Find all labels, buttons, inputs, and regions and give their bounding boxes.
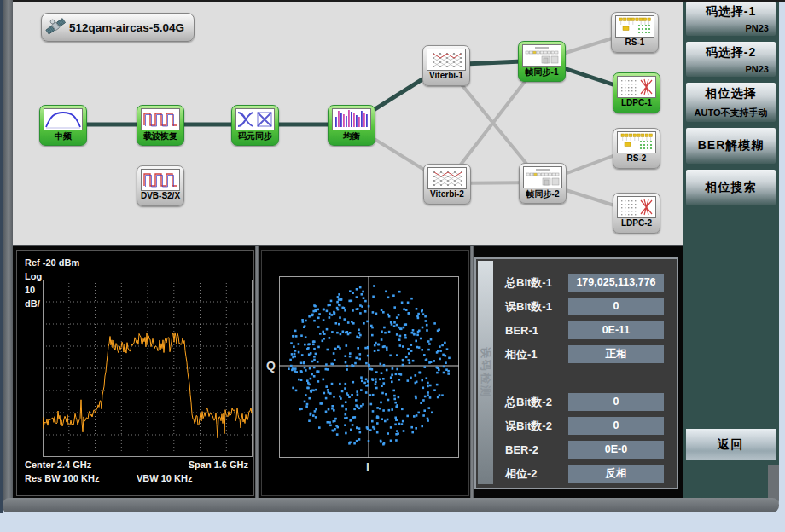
spectrum-span-label: Span 1.6 GHz xyxy=(189,460,248,470)
ber-row-value: 正相 xyxy=(568,345,664,363)
ber-row-label: 误Bit数-1 xyxy=(505,298,552,315)
window-frame-bottom xyxy=(3,498,779,512)
spectrum-plot xyxy=(43,280,253,457)
ber-row-value: 0E-11 xyxy=(568,321,664,339)
spectrum-unit-label: dB/ xyxy=(25,298,40,309)
spectrum-vbw-label: VBW 10 KHz xyxy=(137,473,192,483)
spectrum-panel: Ref -20 dBm Log 10 dB/ Center 2.4 GHz Sp… xyxy=(16,250,254,496)
ber-row-label: 总Bit数-1 xyxy=(505,274,552,292)
flow-node-label: LDPC-1 xyxy=(610,98,663,107)
flow-node-viterbi1[interactable]: Viterbi-1 xyxy=(422,45,470,86)
ber-row: 总Bit数-1179,025,113,776 xyxy=(476,274,677,292)
ber-row: 相位-2反相 xyxy=(476,465,677,483)
ber-row-label: 相位-2 xyxy=(505,465,538,483)
phase-search-button[interactable]: 相位搜索 xyxy=(686,170,776,205)
phase-select-button[interactable]: 相位选择AUTO不支持手动 xyxy=(686,83,776,122)
flow-node-junheng[interactable]: 均衡 xyxy=(328,105,375,146)
wave-icon xyxy=(141,169,180,191)
trellis-icon xyxy=(427,49,466,71)
flow-node-label: 均衡 xyxy=(325,130,378,142)
measurement-area: Ref -20 dBm Log 10 dB/ Center 2.4 GHz Sp… xyxy=(13,245,683,498)
flow-node-label: DVB-S2/X xyxy=(134,191,187,200)
ber-row: 误Bit数-20 xyxy=(476,417,677,435)
session-label: 512qam-aircas-5.04G xyxy=(69,21,184,34)
window-frame-left xyxy=(3,0,13,512)
ldpc-icon xyxy=(617,76,656,98)
frame-icon xyxy=(523,166,562,188)
flow-node-label: 帧同步-2 xyxy=(516,188,569,200)
spectrum-center-label: Center 2.4 GHz xyxy=(25,460,91,470)
ber-row: BER-20E-0 xyxy=(476,441,677,459)
rs-icon xyxy=(615,15,654,38)
ber-row-value: 0 xyxy=(568,393,664,411)
demod-flow-diagram: 512qam-aircas-5.04G 中频载波恢复码元同步均衡DVB-S2/X… xyxy=(13,2,683,245)
flow-node-label: 码元同步 xyxy=(229,130,282,142)
ber-disambiguation-button[interactable]: BER解模糊 xyxy=(686,128,776,164)
flow-node-zhen2[interactable]: 帧同步-2 xyxy=(519,163,567,204)
flow-node-viterbi2[interactable]: Viterbi-2 xyxy=(423,164,471,205)
bars-icon xyxy=(332,108,371,130)
flow-node-zhongpin[interactable]: 中频 xyxy=(39,105,87,146)
flow-node-zaibo[interactable]: 载波恢复 xyxy=(137,105,184,146)
ber-row: 误Bit数-10 xyxy=(476,298,677,315)
ber-row-value: 0 xyxy=(568,417,664,435)
flow-node-zhen1[interactable]: 帧同步-1 xyxy=(518,41,566,82)
flow-node-label: RS-2 xyxy=(610,153,663,163)
flow-node-dvb[interactable]: DVB-S2/X xyxy=(137,165,184,206)
panel-divider xyxy=(255,246,259,498)
q-axis-label: Q xyxy=(266,359,276,373)
ber-row-label: 总Bit数-2 xyxy=(505,393,552,411)
ber-row: 总Bit数-20 xyxy=(476,393,677,411)
ber-row-value: 0 xyxy=(568,298,664,315)
constellation-panel: Q I xyxy=(261,250,469,496)
flow-node-mayuan[interactable]: 码元同步 xyxy=(231,105,279,146)
button-sublabel: AUTO不支持手动 xyxy=(686,107,776,119)
ber-row-label: 相位-1 xyxy=(505,345,538,363)
spectrum-rbw-label: Res BW 100 KHz xyxy=(25,473,99,483)
window-top-edge xyxy=(0,0,785,2)
flow-node-ldpc1[interactable]: LDPC-1 xyxy=(613,72,660,113)
button-sublabel: PN23 xyxy=(745,23,769,33)
demod-app-window: 512qam-aircas-5.04G 中频载波恢复码元同步均衡DVB-S2/X… xyxy=(0,0,785,532)
i-axis-label: I xyxy=(366,460,369,474)
flow-node-label: 载波恢复 xyxy=(134,130,187,142)
button-label: 码选择-1 xyxy=(686,1,776,20)
ber-row-value: 反相 xyxy=(568,465,664,483)
button-sublabel: PN23 xyxy=(745,64,769,74)
ber-row: BER-10E-11 xyxy=(476,321,677,339)
panel-divider xyxy=(470,246,474,498)
back-button[interactable]: 返回 xyxy=(686,429,776,460)
flow-node-label: 中频 xyxy=(37,130,90,142)
session-button[interactable]: 512qam-aircas-5.04G xyxy=(41,13,195,42)
flow-node-rs2[interactable]: RS-2 xyxy=(613,128,660,169)
constellation-plot xyxy=(279,276,459,458)
flow-node-label: RS-1 xyxy=(608,38,661,47)
button-label: 码选择-2 xyxy=(686,42,776,61)
flow-node-ldpc2[interactable]: LDPC-2 xyxy=(613,193,660,234)
flow-node-label: 帧同步-1 xyxy=(515,66,568,78)
ber-panel: 误码检测 总Bit数-1179,025,113,776误Bit数-10BER-1… xyxy=(474,257,678,489)
flow-node-rs1[interactable]: RS-1 xyxy=(611,12,659,53)
button-label: 相位选择 xyxy=(686,83,776,101)
ber-row-label: 误Bit数-2 xyxy=(505,417,552,435)
ber-row-label: BER-1 xyxy=(505,321,538,339)
flow-node-label: Viterbi-1 xyxy=(420,71,473,80)
ber-row-label: BER-2 xyxy=(505,441,538,459)
spectrum-icon xyxy=(44,108,83,130)
code-select-1-button[interactable]: 码选择-1PN23 xyxy=(686,1,776,36)
ber-row-value: 0E-0 xyxy=(568,441,664,459)
sidebar: 码选择-1PN23码选择-2PN23相位选择AUTO不支持手动BER解模糊相位搜… xyxy=(683,0,779,498)
code-select-2-button[interactable]: 码选择-2PN23 xyxy=(686,42,776,77)
spectrum-scale-label: 10 xyxy=(25,285,35,295)
flow-node-label: LDPC-2 xyxy=(610,218,663,228)
satellite-icon xyxy=(44,14,67,40)
ldpc-icon xyxy=(617,196,656,218)
rs-icon xyxy=(617,131,656,153)
flow-node-label: Viterbi-2 xyxy=(421,189,474,199)
frame-icon xyxy=(522,44,561,66)
eye-icon xyxy=(236,108,275,130)
spectrum-log-label: Log xyxy=(25,271,42,281)
trellis-icon xyxy=(427,167,467,189)
wave-icon xyxy=(141,108,180,130)
spectrum-ref-label: Ref -20 dBm xyxy=(25,257,79,268)
